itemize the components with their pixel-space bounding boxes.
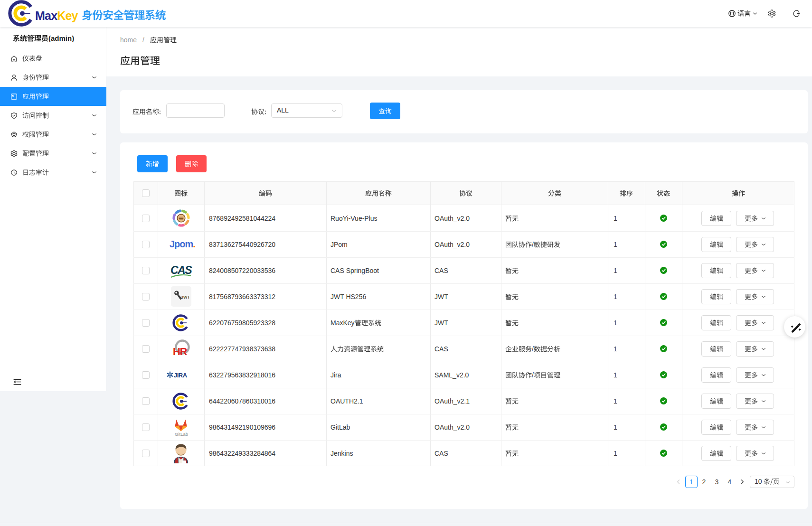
- svg-text:GitLab: GitLab: [175, 432, 188, 437]
- svg-text:JWT: JWT: [181, 295, 190, 300]
- svg-text:JIRA: JIRA: [174, 372, 188, 379]
- svg-text:HR: HR: [173, 346, 187, 357]
